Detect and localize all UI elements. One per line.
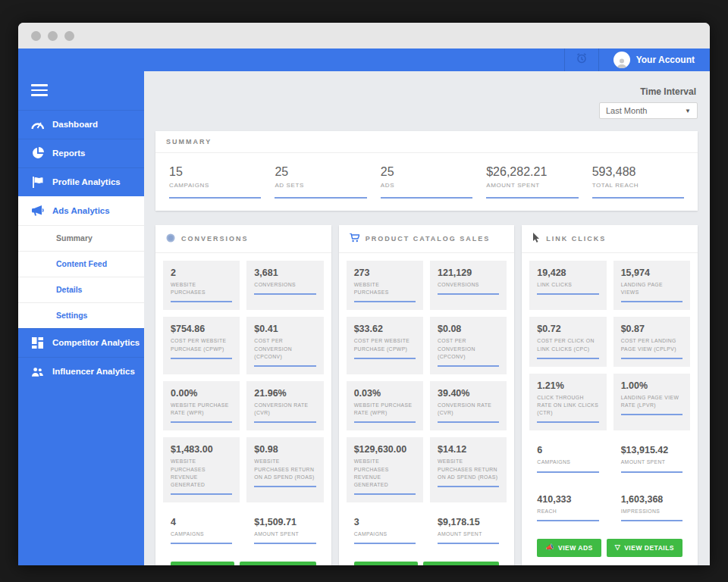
- sidebar-item-reports[interactable]: Reports: [18, 139, 144, 167]
- view-details-button[interactable]: ▽VIEW DETAILS: [240, 562, 315, 565]
- summary-stat-ads: 25ADS: [381, 165, 472, 199]
- sidebar-item-competitor-analytics[interactable]: Competitor Analytics: [18, 328, 144, 357]
- metric-plain: $13,915.42AMOUNT SPENT: [613, 438, 690, 480]
- people-icon: [31, 365, 44, 378]
- metric-box: $0.72COST PER CLICK ON LINK CLICKS (CPC): [529, 317, 606, 366]
- time-interval-value: Last Month: [606, 106, 647, 115]
- sidebar: Dashboard Reports Profile Analytics: [18, 71, 144, 565]
- subnav-label: Summary: [56, 233, 93, 242]
- metric-plain: 410,333REACH: [529, 487, 606, 529]
- app-header: Your Account: [18, 48, 710, 71]
- ads-analytics-submenu: Summary Content Feed Details Settings: [18, 225, 144, 328]
- subnav-label: Settings: [56, 311, 87, 320]
- metric-plain: $9,178.15AMOUNT SPENT: [430, 510, 507, 552]
- view-details-button[interactable]: ▽VIEW DETAILS: [607, 539, 682, 557]
- summary-stat-total-reach: 593,488TOTAL REACH: [592, 165, 684, 199]
- grid-icon: [31, 336, 44, 349]
- metric-box: $0.87COST PER LANDING PAGE VIEW (CPLPV): [613, 317, 690, 366]
- metric-box: 15,974LANDING PAGE VIEWS: [613, 261, 690, 310]
- view-details-button[interactable]: ▽VIEW DETAILS: [423, 562, 499, 565]
- metric-box: 0.03%WEBSITE PURCHASE RATE (WPR): [347, 381, 423, 430]
- sidebar-item-label: Dashboard: [52, 120, 98, 129]
- summary-title: SUMMARY: [166, 138, 212, 146]
- summary-stat-ad-sets: 25AD SETS: [275, 165, 366, 199]
- card-title: CONVERSIONS: [181, 235, 249, 242]
- metric-plain: 3CAMPAIGNS: [347, 510, 423, 552]
- metric-box: $33.62COST PER WEBSITE PURCHASE (CPWP): [347, 317, 423, 374]
- metric-plain: 6CAMPAIGNS: [529, 438, 606, 480]
- gauge-icon: [31, 118, 44, 131]
- metric-box: 121,129CONVERSIONS: [430, 261, 507, 310]
- subnav-item-summary[interactable]: Summary: [18, 225, 144, 251]
- summary-card: SUMMARY 15CAMPAIGNS 25AD SETS 25ADS $26,…: [155, 131, 698, 211]
- product-catalog-sales-card: PRODUCT CATALOG SALES 273WEBSITE PURCHAS…: [339, 225, 515, 565]
- account-menu[interactable]: Your Account: [599, 52, 710, 68]
- sidebar-item-ads-analytics[interactable]: Ads Analytics: [18, 196, 144, 225]
- metric-box: 21.96%CONVERSION RATE (CVR): [246, 381, 323, 430]
- flag-icon: [31, 176, 44, 189]
- sidebar-item-label: Ads Analytics: [52, 206, 110, 215]
- hamburger-menu-icon[interactable]: [18, 71, 64, 110]
- main-content: Time Interval Last Month ▼ SUMMARY 15CAM…: [144, 71, 710, 565]
- subnav-label: Details: [56, 285, 82, 294]
- card-title: PRODUCT CATALOG SALES: [366, 235, 491, 242]
- metric-box: $129,630.00WEBSITE PURCHASES REVENUE GEN…: [347, 437, 423, 502]
- view-ads-button[interactable]: 📣VIEW ADS: [171, 562, 234, 565]
- subnav-item-settings[interactable]: Settings: [18, 302, 144, 328]
- metric-box: $1,483.00WEBSITE PURCHASES REVENUE GENER…: [163, 437, 240, 502]
- metric-box: $0.98WEBSITE PURCHASES RETURN ON AD SPEN…: [246, 437, 323, 502]
- view-ads-button[interactable]: 📣VIEW ADS: [354, 562, 418, 565]
- window-titlebar: [18, 23, 710, 48]
- metric-plain: 4CAMPAIGNS: [163, 510, 240, 552]
- window-close-button[interactable]: [31, 31, 41, 41]
- metric-box: 273WEBSITE PURCHASES: [347, 261, 423, 310]
- subnav-label: Content Feed: [56, 259, 107, 268]
- megaphone-icon: [31, 204, 44, 217]
- account-label: Your Account: [636, 55, 695, 65]
- time-interval-label: Time Interval: [640, 86, 696, 97]
- metric-box: $754.86COST PER WEBSITE PURCHASE (CPWP): [163, 317, 240, 374]
- metric-box: 3,681CONVERSIONS: [246, 261, 323, 310]
- sidebar-item-label: Influencer Analytics: [52, 367, 135, 376]
- sidebar-item-dashboard[interactable]: Dashboard: [18, 110, 144, 139]
- conversions-card: CONVERSIONS 2WEBSITE PURCHASES 3,681CONV…: [155, 225, 331, 565]
- metric-box: $0.08COST PER CONVERSION (CPCONV): [430, 317, 507, 374]
- window-maximize-button[interactable]: [64, 31, 74, 41]
- link-clicks-card: LINK CLICKS 19,428LINK CLICKS 15,974LAND…: [522, 225, 698, 565]
- metric-box: 1.00%LANDING PAGE VIEW RATE (LPVR): [613, 374, 690, 431]
- card-title: LINK CLICKS: [546, 235, 606, 242]
- pie-chart-icon: [31, 147, 44, 160]
- subnav-item-details[interactable]: Details: [18, 277, 144, 302]
- summary-stat-amount-spent: $26,282.21AMOUNT SPENT: [486, 165, 578, 199]
- metric-box: 19,428LINK CLICKS: [529, 261, 606, 310]
- summary-stat-campaigns: 15CAMPAIGNS: [169, 165, 261, 199]
- sidebar-item-profile-analytics[interactable]: Profile Analytics: [18, 167, 144, 196]
- sidebar-item-label: Reports: [52, 149, 85, 158]
- sidebar-item-influencer-analytics[interactable]: Influencer Analytics: [18, 357, 144, 386]
- metric-plain: $1,509.71AMOUNT SPENT: [246, 510, 323, 552]
- sidebar-item-label: Profile Analytics: [52, 177, 121, 186]
- view-ads-button[interactable]: 📣VIEW ADS: [537, 539, 601, 557]
- metric-box: $0.41COST PER CONVERSION (CPCONV): [246, 317, 323, 374]
- time-interval-select[interactable]: Last Month ▼: [599, 102, 698, 119]
- notifications-button[interactable]: [564, 48, 599, 71]
- filter-icon: ▽: [615, 544, 620, 551]
- cursor-icon: [532, 232, 540, 246]
- metric-box: 39.40%CONVERSION RATE (CVR): [430, 381, 507, 430]
- metric-box: $14.12WEBSITE PURCHASES RETURN ON AD SPE…: [430, 437, 507, 502]
- metric-box: 2WEBSITE PURCHASES: [163, 261, 240, 310]
- cart-icon: [350, 232, 359, 246]
- sidebar-item-label: Competitor Analytics: [52, 338, 140, 347]
- target-circle-icon: [166, 232, 175, 246]
- metric-box: 1.21%CLICK THROUGH RATE ON LINK CLICKS (…: [529, 374, 606, 431]
- subnav-item-content-feed[interactable]: Content Feed: [18, 251, 144, 277]
- window-minimize-button[interactable]: [48, 31, 58, 41]
- megaphone-icon: 📣: [545, 544, 554, 551]
- avatar: [613, 52, 630, 68]
- metric-plain: 1,603,368IMPRESSIONS: [613, 487, 690, 529]
- metric-box: 0.00%WEBSITE PURCHASE RATE (WPR): [163, 381, 240, 430]
- alarm-bell-icon: [576, 52, 588, 67]
- app-window: Your Account Dashboard Reports: [18, 23, 710, 565]
- chevron-down-icon: ▼: [685, 108, 691, 114]
